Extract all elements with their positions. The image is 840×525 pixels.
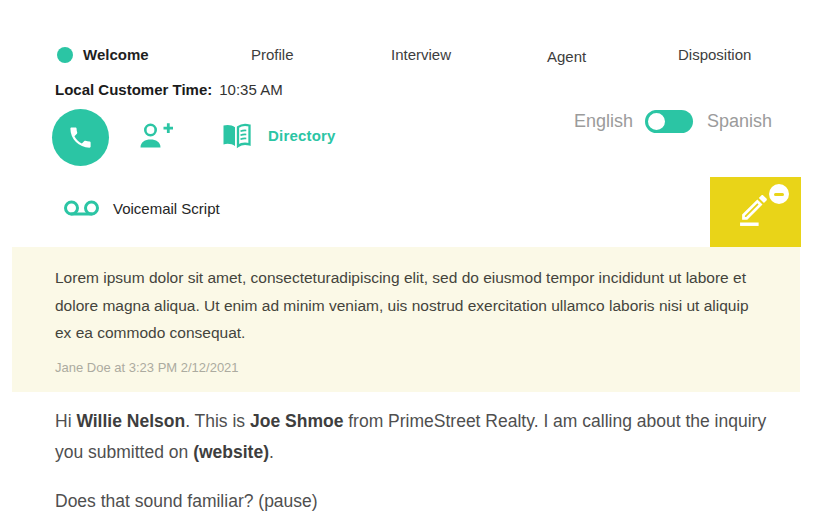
note-card: Lorem ipsum dolor sit amet, consectetura…: [12, 247, 800, 392]
edit-note-button[interactable]: [710, 177, 801, 247]
nav-tab-interview[interactable]: Interview: [391, 46, 451, 63]
language-label-english: English: [574, 111, 633, 132]
script-greeting: Hi Willie Nelson. This is Joe Shmoe from…: [55, 406, 771, 468]
script-question: Does that sound familiar? (pause): [55, 486, 771, 517]
nav-tab-welcome[interactable]: Welcome: [83, 46, 149, 63]
script-segment: . This is: [185, 411, 250, 431]
directory-label: Directory: [268, 127, 336, 144]
script-segment: .: [269, 442, 274, 462]
step-nav: Welcome Profile Interview Agent Disposit…: [0, 46, 840, 68]
person-add-icon: [137, 120, 173, 152]
script-segment: Hi: [55, 411, 76, 431]
open-book-icon: [221, 122, 252, 149]
local-customer-time: Local Customer Time:10:35 AM: [55, 81, 283, 98]
local-time-label: Local Customer Time:: [55, 81, 212, 98]
nav-tab-disposition[interactable]: Disposition: [678, 46, 751, 63]
agent-call-page: Welcome Profile Interview Agent Disposit…: [0, 0, 840, 525]
voicemail-script-header: Voicemail Script: [62, 196, 220, 220]
language-label-spanish: Spanish: [707, 111, 772, 132]
add-contact-button[interactable]: [137, 120, 173, 152]
call-button[interactable]: [52, 109, 109, 166]
nav-tab-profile[interactable]: Profile: [251, 46, 294, 63]
customer-name: Willie Nelson: [76, 411, 185, 431]
agent-name: Joe Shmoe: [250, 411, 343, 431]
voicemail-icon: [62, 196, 101, 220]
toggle-knob[interactable]: [645, 110, 668, 133]
script-text-block: Hi Willie Nelson. This is Joe Shmoe from…: [55, 406, 771, 517]
directory-button[interactable]: Directory: [221, 122, 336, 149]
phone-icon: [67, 124, 94, 151]
note-attribution: Jane Doe at 3:23 PM 2/12/2021: [55, 360, 758, 375]
pencil-icon: [738, 195, 771, 228]
minus-badge-icon[interactable]: [769, 184, 789, 204]
nav-tab-agent[interactable]: Agent: [547, 48, 586, 65]
language-toggle-group: English Spanish: [574, 110, 772, 133]
local-time-value: 10:35 AM: [219, 81, 282, 98]
voicemail-script-label: Voicemail Script: [113, 200, 220, 217]
website-placeholder: (website): [193, 442, 269, 462]
language-toggle[interactable]: [647, 110, 693, 133]
note-body-text: Lorem ipsum dolor sit amet, consectetura…: [55, 264, 758, 347]
